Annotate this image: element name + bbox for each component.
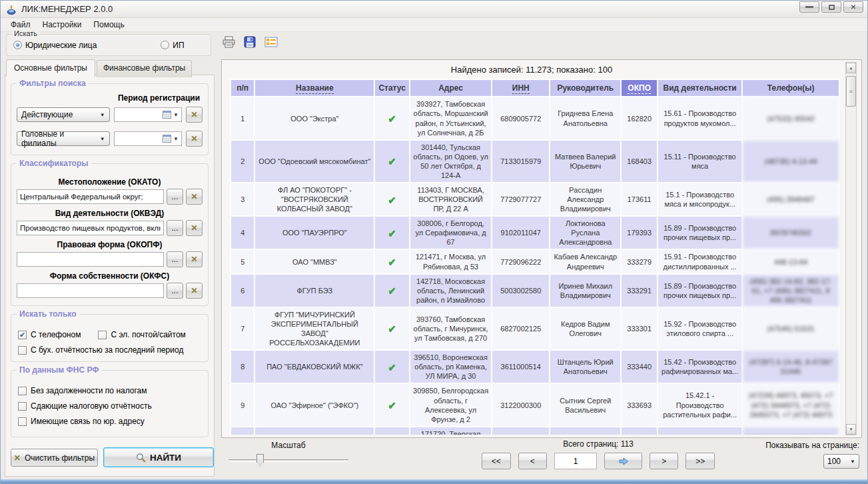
activity: 15.93 - Производство виноградного вина xyxy=(658,427,741,435)
table-row[interactable]: 3ФЛ АО "ПОКОТОРГ" - "ВОСТРЯКОВСКИЙ КОЛБА… xyxy=(231,183,839,215)
scale-label: Масштаб xyxy=(228,441,348,450)
next-page-button[interactable]: > xyxy=(650,453,679,469)
checkbox-fns-0[interactable]: Без задолженности по налогам xyxy=(18,386,147,395)
clear-date-from-button[interactable]: ✕ xyxy=(186,107,203,123)
date-to-picker[interactable]: ▼ xyxy=(114,131,182,146)
branch-select[interactable]: Головные и филиалы ▼ xyxy=(17,131,110,146)
maximize-button[interactable] xyxy=(821,1,841,13)
table-row[interactable]: 5ОАО "ММВЗ"✔121471, г Москва, ул Рябинов… xyxy=(231,250,839,273)
page-number-input[interactable] xyxy=(554,453,597,469)
table-row[interactable]: 8ПАО "ЕВДАКОВСКИЙ МЖК"✔396510, Воронежск… xyxy=(231,351,839,383)
app-icon xyxy=(6,4,17,15)
column-header-label: Название xyxy=(296,83,334,94)
activity: 15.1 - Производство мяса и мясопродук... xyxy=(658,183,741,215)
status: ✔ xyxy=(375,141,409,182)
classifier-input-0[interactable] xyxy=(17,189,164,204)
clear-filters-button[interactable]: ✕ Очистить фильтры xyxy=(11,449,98,467)
save-button[interactable] xyxy=(242,34,258,50)
chevron-down-icon: ▼ xyxy=(850,459,855,465)
vertical-scrollbar[interactable]: ▲ ≡ ▼ xyxy=(845,62,857,435)
column-header-4[interactable]: ИНН xyxy=(492,80,549,96)
checkbox-phone[interactable]: ✔С телефоном xyxy=(18,330,81,339)
address: 309850, Белгородская область, г Алексеев… xyxy=(410,384,491,425)
checkbox-icon[interactable] xyxy=(18,417,27,426)
first-page-button[interactable]: << xyxy=(482,453,511,469)
slider-thumb[interactable] xyxy=(256,454,264,467)
column-header-6[interactable]: ОКПО xyxy=(622,80,657,96)
address: 171720, Тверская область, г Весьегонск, … xyxy=(410,427,491,435)
search-icon xyxy=(136,453,146,463)
date-from-picker[interactable]: ▼ xyxy=(114,107,182,122)
table-row[interactable]: 7ФГУП "МИЧУРИНСКИЙ ЭКСПЕРИМЕНТАЛЬНЫЙ ЗАВ… xyxy=(231,308,839,349)
menu-item-настройки[interactable]: Настройки xyxy=(37,18,88,31)
table-row[interactable]: 4ООО "ПАУЭРПРО"✔308006, г Белгород, ул С… xyxy=(231,217,839,249)
browse-button[interactable]: ... xyxy=(167,283,183,299)
checkbox-label: Без задолженности по налогам xyxy=(31,386,147,395)
table-row[interactable]: 6ФГУП БЭЗ✔142718, Московская область, Ле… xyxy=(231,275,839,307)
table-row[interactable]: 10ОАО "ВВЗ"✔171720, Тверская область, г … xyxy=(231,427,839,435)
classifier-input-1[interactable] xyxy=(17,221,164,235)
browse-button[interactable]: ... xyxy=(167,220,183,236)
print-button[interactable] xyxy=(220,34,236,50)
minimize-icon xyxy=(805,6,813,8)
print-icon xyxy=(222,35,236,49)
column-header-label: Вид деятельности xyxy=(663,83,737,93)
checkbox-fns-2[interactable]: Имеющие связь по юр. адресу xyxy=(18,417,145,426)
activity: 15.11 - Производство мяса xyxy=(658,141,741,182)
table-row[interactable]: 1ООО "Экстра"✔393927, Тамбовская область… xyxy=(231,97,839,139)
checkbox-icon[interactable] xyxy=(18,387,27,395)
tab-1[interactable]: Финансовые фильтры xyxy=(97,60,192,77)
checkbox-fns-1[interactable]: Сдающие налоговую отчётность xyxy=(18,401,152,411)
fns-group: По данным ФНС РФ Без задолженности по на… xyxy=(11,370,209,437)
search-scope-group: Искать Юридические лицаИП xyxy=(6,34,211,56)
close-button[interactable]: ✕ xyxy=(843,1,863,13)
scope-option-1[interactable]: ИП xyxy=(161,41,184,50)
browse-button[interactable]: ... xyxy=(167,251,183,267)
address: 121471, г Москва, ул Рябиновая, д 53 xyxy=(410,250,491,273)
clear-field-button[interactable]: ✕ xyxy=(186,189,203,205)
status-select[interactable]: Действующие ▼ xyxy=(17,107,110,122)
page-size-select[interactable]: 100 ▼ xyxy=(823,454,859,469)
tab-0[interactable]: Основные фильтры xyxy=(6,59,95,77)
list-view-button[interactable] xyxy=(263,34,279,50)
checkbox-email[interactable]: С эл. почтой/сайтом xyxy=(98,330,185,339)
address: 142718, Московская область, Ленинский ра… xyxy=(410,275,491,307)
prev-page-button[interactable]: < xyxy=(518,453,548,469)
minimize-button[interactable] xyxy=(799,1,819,13)
classifier-input-2[interactable] xyxy=(17,252,164,267)
column-header-1[interactable]: Название xyxy=(255,80,374,96)
go-page-button[interactable] xyxy=(604,453,642,469)
checkbox-icon[interactable] xyxy=(98,331,107,339)
checkbox-icon[interactable]: ✔ xyxy=(18,331,27,339)
head-name: Кабаев Александр Андреевич xyxy=(550,250,620,273)
radio-icon[interactable] xyxy=(13,41,22,49)
table-row[interactable]: 2ООО "Одоевский мясокомбинат"✔301440, Ту… xyxy=(231,141,839,182)
checkbox-icon[interactable] xyxy=(18,402,27,411)
head-name: Иринев Михаил Владимирович xyxy=(550,275,620,307)
checkbox-accounting[interactable]: С бух. отчётностью за последний период xyxy=(18,345,183,355)
results-table: п/пНазваниеСтатусАдресИННРуководительОКП… xyxy=(230,79,840,435)
okpo: 333693 xyxy=(622,384,657,425)
scroll-down-button[interactable]: ▼ xyxy=(846,424,856,435)
scope-option-0[interactable]: Юридические лица xyxy=(13,41,97,50)
company-name: ПАО "ЕВДАКОВСКИЙ МЖК" xyxy=(255,351,374,383)
table-row[interactable]: 9ОАО "Эфирное" ("ЭФКО")✔309850, Белгород… xyxy=(231,384,839,425)
classifier-label-1: Вид деятельности (ОКВЭД) xyxy=(17,209,203,218)
find-button[interactable]: НАЙТИ xyxy=(103,447,214,467)
clear-field-button[interactable]: ✕ xyxy=(186,220,203,236)
radio-icon[interactable] xyxy=(161,41,169,49)
browse-button[interactable]: ... xyxy=(167,189,183,205)
clear-field-button[interactable]: ✕ xyxy=(186,283,203,299)
activity: 15.92 - Производство этилового спирта ..… xyxy=(658,308,741,349)
menu-item-помощь[interactable]: Помощь xyxy=(87,18,130,31)
classifier-input-3[interactable] xyxy=(17,283,164,298)
clear-date-to-button[interactable]: ✕ xyxy=(186,131,203,147)
checkbox-icon[interactable] xyxy=(18,346,27,355)
last-page-button[interactable]: >> xyxy=(685,453,715,469)
scroll-up-button[interactable]: ▲ xyxy=(846,63,856,73)
scroll-thumb[interactable]: ≡ xyxy=(846,76,856,107)
classifiers-group: Классификаторы Местоположение (ОКАТО)...… xyxy=(11,163,209,306)
scale-slider[interactable] xyxy=(228,459,348,462)
row-number: 10 xyxy=(231,427,254,435)
clear-field-button[interactable]: ✕ xyxy=(186,251,203,267)
